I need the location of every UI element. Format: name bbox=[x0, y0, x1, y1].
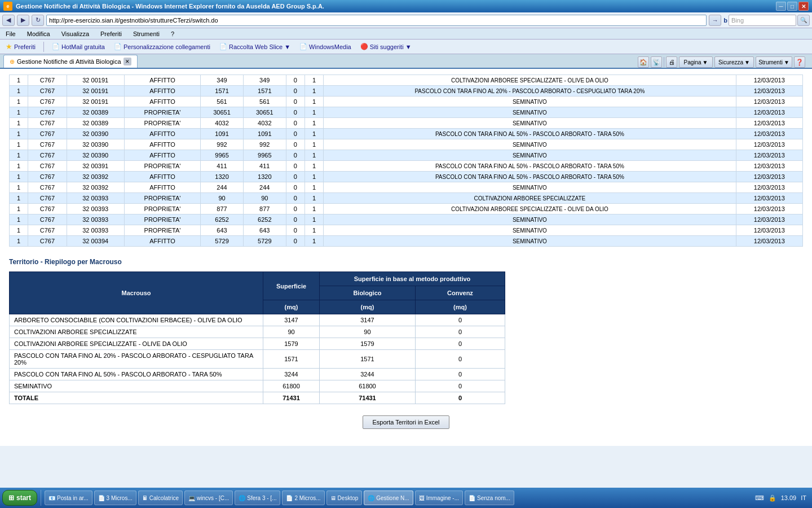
table-cell: 32 00393 bbox=[67, 204, 124, 214]
taskbar-right: ⌨ 🔒 13.09 IT bbox=[755, 494, 810, 502]
table-cell: 1 bbox=[10, 129, 28, 139]
table-cell: 1 bbox=[304, 150, 323, 161]
back-button[interactable]: ◀ bbox=[2, 15, 15, 26]
convenz-cell: 0 bbox=[415, 338, 505, 350]
taskbar-separator bbox=[41, 490, 41, 506]
table-cell: 5729 bbox=[243, 236, 286, 247]
menu-strumenti[interactable]: Strumenti bbox=[131, 28, 162, 40]
menu-help[interactable]: ? bbox=[169, 28, 176, 40]
table-cell: 32 00391 bbox=[67, 161, 124, 172]
menu-file[interactable]: File bbox=[3, 28, 18, 40]
superficie-cell: 1579 bbox=[263, 338, 320, 350]
biologico-cell: 61800 bbox=[320, 380, 416, 392]
table-cell: 1571 bbox=[201, 86, 244, 97]
table-cell: 244 bbox=[243, 182, 286, 193]
siti-icon: 🔴 bbox=[360, 43, 368, 50]
go-button[interactable]: → bbox=[709, 15, 721, 26]
macrouso-cell: SEMINATIVO bbox=[10, 380, 263, 392]
print-button[interactable]: 🖨 bbox=[666, 56, 677, 68]
macrouso-cell: COLTIVAZIONI ARBOREE SPECIALIZZATE - OLI… bbox=[10, 338, 263, 350]
fav-personalizzazione[interactable]: 📄 Personalizzazione collegamenti bbox=[112, 42, 213, 51]
table-cell: 0 bbox=[286, 161, 304, 172]
taskbar-app-button[interactable]: 📧Posta in ar... bbox=[45, 491, 92, 505]
sicurezza-button[interactable]: Sicurezza ▼ bbox=[714, 56, 754, 68]
table-cell: 1 bbox=[10, 86, 28, 97]
taskbar-app-button[interactable]: 🌐Sfera 3 - [... bbox=[235, 491, 280, 505]
table-cell: 1 bbox=[304, 204, 323, 214]
table-cell: 1 bbox=[304, 97, 323, 107]
home-button[interactable]: 🏠 bbox=[638, 56, 649, 68]
close-button[interactable]: ✕ bbox=[798, 2, 809, 11]
fav-windows-media[interactable]: 📄 WindowsMedia bbox=[297, 42, 354, 51]
bing-label: b bbox=[723, 17, 727, 24]
table-cell: 0 bbox=[286, 139, 304, 150]
table-cell: 32 00392 bbox=[67, 182, 124, 193]
taskbar-app-button[interactable]: 🖥Desktop bbox=[326, 491, 363, 505]
taskbar-app-icon: 🌐 bbox=[239, 495, 245, 501]
table-cell: 1 bbox=[10, 118, 28, 129]
taskbar-app-button[interactable]: 🖩Calcolatrice bbox=[138, 491, 183, 505]
export-button[interactable]: Esporta Territori in Excel bbox=[363, 415, 449, 429]
table-row: 1C76732 00389PROPRIETA'306513065101SEMIN… bbox=[10, 107, 803, 118]
strumenti-button[interactable]: Strumenti ▼ bbox=[756, 56, 792, 68]
taskbar-app-button[interactable]: 📄2 Micros... bbox=[282, 491, 324, 505]
data-table: 1C76732 00191AFFITTO34934901COLTIVAZIONI… bbox=[9, 75, 803, 247]
page-icon-4: 📄 bbox=[299, 43, 307, 50]
url-input[interactable] bbox=[46, 15, 707, 26]
table-cell: 1 bbox=[10, 225, 28, 236]
menu-preferiti[interactable]: Preferiti bbox=[98, 28, 124, 40]
fav-siti-suggeriti[interactable]: 🔴 Siti suggeriti ▼ bbox=[358, 42, 414, 51]
tab-close[interactable]: ✕ bbox=[123, 58, 131, 65]
table-cell: SEMINATIVO bbox=[324, 118, 736, 129]
table-cell: 12/03/2013 bbox=[736, 107, 802, 118]
taskbar-app-button[interactable]: 📄3 Micros... bbox=[94, 491, 136, 505]
table-cell: AFFITTO bbox=[124, 139, 200, 150]
table-cell: 1 bbox=[304, 129, 323, 139]
forward-button[interactable]: ▶ bbox=[17, 15, 29, 26]
table-cell: 32 00389 bbox=[67, 107, 124, 118]
table-row: 1C76732 00393PROPRIETA'87787701COLTIVAZI… bbox=[10, 204, 803, 214]
table-cell: 0 bbox=[286, 97, 304, 107]
table-cell: 12/03/2013 bbox=[736, 172, 802, 182]
taskbar-app-button[interactable]: 📄Senza nom... bbox=[465, 491, 514, 505]
fav-hotmail[interactable]: 📄 HotMail gratuita bbox=[50, 42, 107, 51]
table-row: 1C76732 00393PROPRIETA'909001COLTIVAZION… bbox=[10, 193, 803, 204]
taskbar-app-button[interactable]: 🖼Immagine -... bbox=[415, 491, 463, 505]
table-cell: 877 bbox=[201, 204, 244, 214]
tab-icon: ⊕ bbox=[10, 58, 15, 65]
start-button[interactable]: ⊞ start bbox=[2, 490, 37, 506]
taskbar-app-label: 2 Micros... bbox=[294, 495, 320, 501]
search-input[interactable] bbox=[729, 15, 796, 26]
help-button[interactable]: ❓ bbox=[794, 56, 805, 68]
taskbar-app-button[interactable]: 💻wincvs - [C... bbox=[184, 491, 233, 505]
table-cell: AFFITTO bbox=[124, 97, 200, 107]
taskbar-app-button[interactable]: 🌐Gestione N... bbox=[364, 491, 413, 505]
search-button[interactable]: 🔍 bbox=[797, 15, 810, 26]
table-cell: 1571 bbox=[243, 86, 286, 97]
table-cell: C767 bbox=[28, 225, 67, 236]
rss-button[interactable]: 📡 bbox=[651, 56, 662, 68]
table-cell: AFFITTO bbox=[124, 172, 200, 182]
table-cell: 12/03/2013 bbox=[736, 97, 802, 107]
table-cell: 643 bbox=[243, 225, 286, 236]
favorites-star[interactable]: ★ Preferiti bbox=[3, 41, 38, 52]
table-cell: 1 bbox=[10, 75, 28, 86]
refresh-button[interactable]: ↻ bbox=[32, 15, 44, 26]
table-cell: PROPRIETA' bbox=[124, 193, 200, 204]
summary-row: COLTIVAZIONI ARBOREE SPECIALIZZATE - OLI… bbox=[10, 338, 505, 350]
table-cell: 32 00393 bbox=[67, 214, 124, 225]
table-cell: 32 00191 bbox=[67, 86, 124, 97]
table-cell: PASCOLO CON TARA FINO AL 50% - PASCOLO A… bbox=[324, 161, 736, 172]
table-cell: 992 bbox=[243, 139, 286, 150]
minimize-button[interactable]: ─ bbox=[776, 2, 786, 11]
fav-webslice[interactable]: 📄 Raccolta Web Slice ▼ bbox=[217, 42, 293, 51]
page-button[interactable]: Pagina ▼ bbox=[679, 56, 713, 68]
menu-modifica[interactable]: Modifica bbox=[25, 28, 52, 40]
menu-visualizza[interactable]: Visualizza bbox=[59, 28, 91, 40]
taskbar-app-icon: 📄 bbox=[469, 495, 475, 501]
maximize-button[interactable]: □ bbox=[787, 2, 797, 11]
active-tab[interactable]: ⊕ Gestione Notifiche di Attività Biologi… bbox=[3, 55, 138, 68]
biologico-cell: 1571 bbox=[320, 350, 416, 369]
table-cell: SEMINATIVO bbox=[324, 236, 736, 247]
table-cell: 32 00392 bbox=[67, 172, 124, 182]
